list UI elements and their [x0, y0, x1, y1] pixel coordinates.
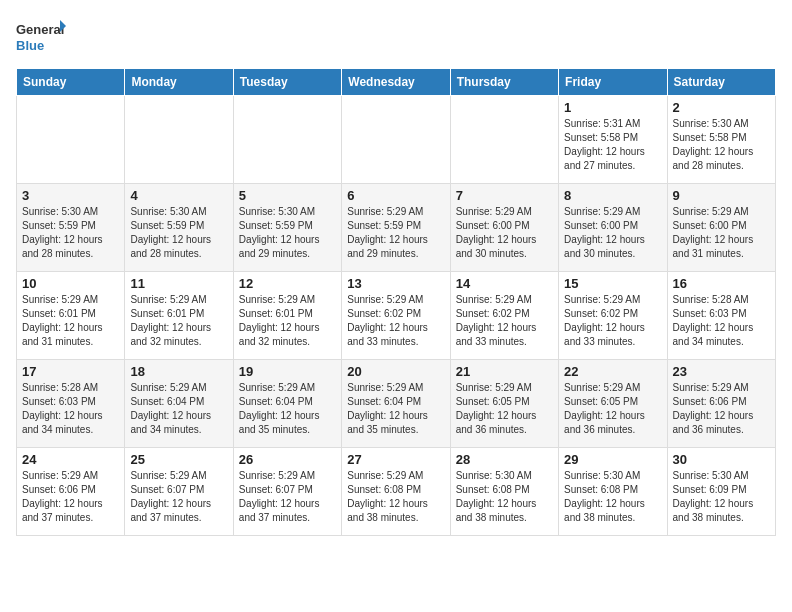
day-info: Sunrise: 5:29 AM Sunset: 5:59 PM Dayligh…	[347, 205, 444, 261]
day-info: Sunrise: 5:29 AM Sunset: 6:02 PM Dayligh…	[564, 293, 661, 349]
day-info: Sunrise: 5:29 AM Sunset: 6:05 PM Dayligh…	[456, 381, 553, 437]
calendar-cell	[450, 96, 558, 184]
day-number: 7	[456, 188, 553, 203]
day-number: 11	[130, 276, 227, 291]
calendar-week-1: 1Sunrise: 5:31 AM Sunset: 5:58 PM Daylig…	[17, 96, 776, 184]
calendar-week-3: 10Sunrise: 5:29 AM Sunset: 6:01 PM Dayli…	[17, 272, 776, 360]
day-info: Sunrise: 5:29 AM Sunset: 6:04 PM Dayligh…	[130, 381, 227, 437]
calendar-cell: 15Sunrise: 5:29 AM Sunset: 6:02 PM Dayli…	[559, 272, 667, 360]
day-number: 15	[564, 276, 661, 291]
calendar-cell: 4Sunrise: 5:30 AM Sunset: 5:59 PM Daylig…	[125, 184, 233, 272]
day-number: 18	[130, 364, 227, 379]
day-info: Sunrise: 5:29 AM Sunset: 6:05 PM Dayligh…	[564, 381, 661, 437]
day-info: Sunrise: 5:29 AM Sunset: 6:08 PM Dayligh…	[347, 469, 444, 525]
day-info: Sunrise: 5:29 AM Sunset: 6:01 PM Dayligh…	[130, 293, 227, 349]
calendar-table: SundayMondayTuesdayWednesdayThursdayFrid…	[16, 68, 776, 536]
day-info: Sunrise: 5:29 AM Sunset: 6:00 PM Dayligh…	[456, 205, 553, 261]
day-number: 6	[347, 188, 444, 203]
logo-svg: General Blue	[16, 16, 66, 58]
calendar-cell: 24Sunrise: 5:29 AM Sunset: 6:06 PM Dayli…	[17, 448, 125, 536]
page-header: General Blue	[16, 16, 776, 58]
day-number: 26	[239, 452, 336, 467]
day-number: 22	[564, 364, 661, 379]
day-info: Sunrise: 5:29 AM Sunset: 6:07 PM Dayligh…	[130, 469, 227, 525]
calendar-cell: 8Sunrise: 5:29 AM Sunset: 6:00 PM Daylig…	[559, 184, 667, 272]
day-number: 5	[239, 188, 336, 203]
weekday-header-tuesday: Tuesday	[233, 69, 341, 96]
day-info: Sunrise: 5:29 AM Sunset: 6:02 PM Dayligh…	[456, 293, 553, 349]
day-info: Sunrise: 5:30 AM Sunset: 6:09 PM Dayligh…	[673, 469, 770, 525]
calendar-cell: 19Sunrise: 5:29 AM Sunset: 6:04 PM Dayli…	[233, 360, 341, 448]
weekday-header-monday: Monday	[125, 69, 233, 96]
weekday-header-saturday: Saturday	[667, 69, 775, 96]
day-number: 12	[239, 276, 336, 291]
calendar-cell: 28Sunrise: 5:30 AM Sunset: 6:08 PM Dayli…	[450, 448, 558, 536]
day-number: 2	[673, 100, 770, 115]
day-number: 23	[673, 364, 770, 379]
calendar-week-2: 3Sunrise: 5:30 AM Sunset: 5:59 PM Daylig…	[17, 184, 776, 272]
calendar-cell: 6Sunrise: 5:29 AM Sunset: 5:59 PM Daylig…	[342, 184, 450, 272]
calendar-cell: 27Sunrise: 5:29 AM Sunset: 6:08 PM Dayli…	[342, 448, 450, 536]
calendar-cell: 17Sunrise: 5:28 AM Sunset: 6:03 PM Dayli…	[17, 360, 125, 448]
calendar-cell: 23Sunrise: 5:29 AM Sunset: 6:06 PM Dayli…	[667, 360, 775, 448]
day-info: Sunrise: 5:30 AM Sunset: 5:59 PM Dayligh…	[22, 205, 119, 261]
day-info: Sunrise: 5:29 AM Sunset: 6:02 PM Dayligh…	[347, 293, 444, 349]
day-number: 28	[456, 452, 553, 467]
logo: General Blue	[16, 16, 66, 58]
calendar-cell: 13Sunrise: 5:29 AM Sunset: 6:02 PM Dayli…	[342, 272, 450, 360]
day-info: Sunrise: 5:29 AM Sunset: 6:00 PM Dayligh…	[564, 205, 661, 261]
day-info: Sunrise: 5:29 AM Sunset: 6:00 PM Dayligh…	[673, 205, 770, 261]
day-number: 10	[22, 276, 119, 291]
calendar-cell: 14Sunrise: 5:29 AM Sunset: 6:02 PM Dayli…	[450, 272, 558, 360]
day-info: Sunrise: 5:29 AM Sunset: 6:06 PM Dayligh…	[673, 381, 770, 437]
day-number: 20	[347, 364, 444, 379]
calendar-cell: 29Sunrise: 5:30 AM Sunset: 6:08 PM Dayli…	[559, 448, 667, 536]
day-number: 16	[673, 276, 770, 291]
calendar-cell: 2Sunrise: 5:30 AM Sunset: 5:58 PM Daylig…	[667, 96, 775, 184]
calendar-cell: 5Sunrise: 5:30 AM Sunset: 5:59 PM Daylig…	[233, 184, 341, 272]
calendar-cell: 30Sunrise: 5:30 AM Sunset: 6:09 PM Dayli…	[667, 448, 775, 536]
day-info: Sunrise: 5:31 AM Sunset: 5:58 PM Dayligh…	[564, 117, 661, 173]
day-number: 3	[22, 188, 119, 203]
svg-text:Blue: Blue	[16, 38, 44, 53]
day-number: 21	[456, 364, 553, 379]
day-info: Sunrise: 5:29 AM Sunset: 6:06 PM Dayligh…	[22, 469, 119, 525]
day-info: Sunrise: 5:30 AM Sunset: 5:59 PM Dayligh…	[130, 205, 227, 261]
day-number: 17	[22, 364, 119, 379]
day-number: 13	[347, 276, 444, 291]
day-number: 25	[130, 452, 227, 467]
day-number: 29	[564, 452, 661, 467]
day-info: Sunrise: 5:29 AM Sunset: 6:04 PM Dayligh…	[239, 381, 336, 437]
calendar-cell: 7Sunrise: 5:29 AM Sunset: 6:00 PM Daylig…	[450, 184, 558, 272]
day-info: Sunrise: 5:30 AM Sunset: 5:58 PM Dayligh…	[673, 117, 770, 173]
day-number: 30	[673, 452, 770, 467]
day-info: Sunrise: 5:29 AM Sunset: 6:01 PM Dayligh…	[22, 293, 119, 349]
day-number: 24	[22, 452, 119, 467]
day-info: Sunrise: 5:29 AM Sunset: 6:07 PM Dayligh…	[239, 469, 336, 525]
calendar-week-5: 24Sunrise: 5:29 AM Sunset: 6:06 PM Dayli…	[17, 448, 776, 536]
svg-text:General: General	[16, 22, 64, 37]
day-number: 4	[130, 188, 227, 203]
calendar-cell: 12Sunrise: 5:29 AM Sunset: 6:01 PM Dayli…	[233, 272, 341, 360]
calendar-cell: 18Sunrise: 5:29 AM Sunset: 6:04 PM Dayli…	[125, 360, 233, 448]
weekday-header-thursday: Thursday	[450, 69, 558, 96]
calendar-cell: 22Sunrise: 5:29 AM Sunset: 6:05 PM Dayli…	[559, 360, 667, 448]
day-info: Sunrise: 5:28 AM Sunset: 6:03 PM Dayligh…	[673, 293, 770, 349]
weekday-header-wednesday: Wednesday	[342, 69, 450, 96]
calendar-cell: 25Sunrise: 5:29 AM Sunset: 6:07 PM Dayli…	[125, 448, 233, 536]
calendar-cell: 21Sunrise: 5:29 AM Sunset: 6:05 PM Dayli…	[450, 360, 558, 448]
weekday-header-sunday: Sunday	[17, 69, 125, 96]
calendar-cell: 1Sunrise: 5:31 AM Sunset: 5:58 PM Daylig…	[559, 96, 667, 184]
calendar-cell	[125, 96, 233, 184]
day-info: Sunrise: 5:30 AM Sunset: 6:08 PM Dayligh…	[564, 469, 661, 525]
weekday-header-friday: Friday	[559, 69, 667, 96]
day-number: 1	[564, 100, 661, 115]
day-number: 19	[239, 364, 336, 379]
calendar-cell: 16Sunrise: 5:28 AM Sunset: 6:03 PM Dayli…	[667, 272, 775, 360]
calendar-week-4: 17Sunrise: 5:28 AM Sunset: 6:03 PM Dayli…	[17, 360, 776, 448]
calendar-cell	[17, 96, 125, 184]
day-info: Sunrise: 5:29 AM Sunset: 6:01 PM Dayligh…	[239, 293, 336, 349]
day-info: Sunrise: 5:28 AM Sunset: 6:03 PM Dayligh…	[22, 381, 119, 437]
calendar-cell: 9Sunrise: 5:29 AM Sunset: 6:00 PM Daylig…	[667, 184, 775, 272]
day-info: Sunrise: 5:29 AM Sunset: 6:04 PM Dayligh…	[347, 381, 444, 437]
